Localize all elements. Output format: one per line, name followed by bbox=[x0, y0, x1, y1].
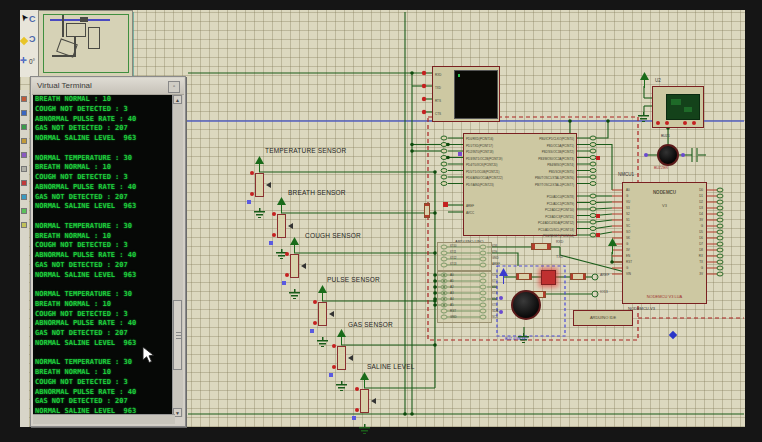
potentiometer-body[interactable] bbox=[360, 389, 369, 413]
scrollbar-thumb[interactable] bbox=[173, 300, 182, 370]
overview-border bbox=[43, 14, 129, 73]
pin-dot bbox=[644, 153, 648, 157]
mcu-left-pin-labels: PD0/RXD(PCINT16)PD1/TXD(PCINT17)PD2/INT0… bbox=[466, 136, 503, 188]
buzzer[interactable] bbox=[657, 144, 679, 166]
mini-component bbox=[66, 23, 86, 37]
u2-screen bbox=[666, 94, 700, 120]
toolbar-mode-icon[interactable] bbox=[21, 180, 27, 186]
mcu-right-bottom-pin-labels: PC0/ADC0(PCINT8)PC1/ADC1(PCINT9)PC2/ADC2… bbox=[538, 194, 574, 240]
header-bottom-right-labels: IO0IO1IO2IO3IO4IO5SDASCL bbox=[492, 272, 498, 320]
header-bottom-left-labels: A0A1A2A3A4A5RSTGND bbox=[450, 272, 457, 320]
terminal-scrollbar[interactable]: ▲ ▼ bbox=[172, 95, 183, 417]
resistor[interactable] bbox=[424, 203, 430, 218]
atmega328-chip[interactable]: PD0/RXD(PCINT16)PD1/TXD(PCINT17)PD2/INT0… bbox=[463, 133, 577, 236]
alarm-buzzer[interactable] bbox=[511, 290, 541, 320]
toolbar-mode-icon[interactable] bbox=[21, 208, 27, 214]
net-marker bbox=[282, 281, 286, 285]
toolbar-mode-icon[interactable] bbox=[21, 194, 27, 200]
arduino-ide-label: ARDUINO IDE bbox=[574, 315, 632, 320]
ground-icon bbox=[638, 112, 649, 122]
overview-pane[interactable] bbox=[38, 10, 133, 77]
terminal-output[interactable]: BREATH NORMAL : 10COUGH NOT DETECTED : 3… bbox=[33, 95, 175, 417]
nodemcu-name: NODEMCU bbox=[623, 190, 706, 195]
temperature-sensor-pot[interactable] bbox=[247, 156, 271, 228]
header-top-left-labels: IO10IO11IO12IO13 bbox=[450, 243, 457, 267]
pot-wiper-icon bbox=[348, 355, 353, 361]
potentiometer-body[interactable] bbox=[277, 214, 286, 238]
mini-wire bbox=[74, 37, 76, 57]
virtual-terminal-title: Virtual Terminal bbox=[37, 81, 92, 90]
pin-dot bbox=[285, 273, 289, 277]
power-arrow-icon bbox=[499, 268, 508, 284]
pin-dot bbox=[499, 310, 503, 314]
pot-wiper-icon bbox=[266, 182, 271, 188]
saline-level-pot[interactable] bbox=[352, 372, 376, 442]
ground-icon bbox=[289, 289, 300, 299]
toolbar-mode-icon[interactable] bbox=[21, 110, 27, 116]
nodemcu-footer: NODEMCU V3 LUA bbox=[623, 294, 706, 299]
potentiometer-body[interactable] bbox=[318, 302, 327, 326]
potentiometer-body[interactable] bbox=[337, 346, 346, 370]
u2-screen-pixels bbox=[684, 107, 692, 112]
gas-sensor-pot[interactable] bbox=[329, 329, 353, 401]
rotate-ccw-icon[interactable]: Ɔ bbox=[29, 34, 36, 44]
mcu-right-top-pin-labels: PB0/ICP1/CLKO(PCINT0)PB1/OC1A(PCINT1)PB2… bbox=[535, 136, 574, 188]
net-marker bbox=[329, 373, 333, 377]
resistor[interactable] bbox=[570, 273, 586, 280]
pin-dot bbox=[683, 121, 687, 125]
rotate-cw-icon[interactable]: C bbox=[29, 14, 36, 24]
pin-button[interactable]: ▫ bbox=[168, 81, 180, 93]
toolbar-mode-icon[interactable] bbox=[21, 124, 27, 130]
pot-wiper-icon bbox=[288, 223, 293, 229]
resistor[interactable] bbox=[516, 273, 532, 280]
sensor-label: TEMPERATURE SENSOR bbox=[265, 147, 347, 154]
virtual-terminal-window[interactable]: Virtual Terminal ▫ BREATH NORMAL : 10COU… bbox=[30, 76, 186, 427]
toolbar-mode-icon[interactable] bbox=[21, 96, 27, 102]
power-arrow-icon bbox=[290, 237, 299, 253]
ground-icon bbox=[317, 337, 328, 347]
net-label-aref: AREF bbox=[600, 273, 609, 277]
pot-wiper-icon bbox=[301, 263, 306, 269]
sensor-label: PULSE SENSOR bbox=[327, 276, 380, 283]
potentiometer-body[interactable] bbox=[255, 173, 264, 197]
pin-dot bbox=[250, 192, 254, 196]
sensor-label: SALINE LEVEL bbox=[367, 363, 415, 370]
virtual-terminal-component[interactable]: RXD TXD RTS CTS bbox=[432, 66, 500, 122]
toolbar-mode-icon[interactable] bbox=[21, 166, 27, 172]
move-icon[interactable]: ✛ bbox=[20, 56, 27, 65]
virtual-terminal-titlebar[interactable]: Virtual Terminal ▫ bbox=[32, 78, 184, 95]
nodemcu-left-pin-labels: A0GVUS3S2S1SCSOSKG3VENRSTGVIN bbox=[626, 187, 632, 277]
sensor-label: BREATH SENSOR bbox=[288, 189, 346, 196]
toolbar-mode-icon[interactable] bbox=[21, 138, 27, 144]
arduino-ide-box[interactable]: ARDUINO IDE bbox=[573, 310, 633, 326]
red-led[interactable] bbox=[541, 270, 556, 285]
power-arrow-icon bbox=[360, 372, 369, 388]
pin-dot bbox=[656, 121, 660, 125]
pot-wiper-icon bbox=[329, 311, 334, 317]
header-top-block[interactable] bbox=[437, 242, 492, 271]
terminal-hscrollbar[interactable] bbox=[33, 414, 175, 424]
buzzer-ref: BUZ1 bbox=[661, 134, 670, 138]
potentiometer-body[interactable] bbox=[290, 254, 299, 278]
nodemcu-board[interactable]: NODEMCU V3 NODEMCU V3 LUA A0GVUS3S2S1SCS… bbox=[622, 182, 707, 304]
resistor[interactable] bbox=[531, 243, 551, 250]
proteus-screenshot: TEMPERATURE SENSOR BREATH SENSOR COUGH S… bbox=[0, 0, 762, 442]
mini-component bbox=[80, 17, 88, 22]
net-marker bbox=[458, 152, 462, 156]
pin-dot bbox=[355, 408, 359, 412]
toolbar-mode-icon[interactable] bbox=[21, 222, 27, 228]
u2-module[interactable] bbox=[652, 86, 704, 128]
pin-dot bbox=[313, 300, 317, 304]
header-bottom-block[interactable] bbox=[437, 271, 492, 323]
cough-sensor-pot[interactable] bbox=[282, 237, 306, 309]
toolbar-mode-icon[interactable] bbox=[21, 152, 27, 158]
terminal-screen bbox=[454, 70, 498, 119]
mini-wire bbox=[62, 15, 64, 37]
pin-dot bbox=[272, 233, 276, 237]
mirror-icon[interactable] bbox=[20, 37, 28, 45]
serial-pin-labels: RXD TXD RTS CTS bbox=[435, 69, 441, 121]
net-label-rxd: RXD bbox=[556, 240, 563, 244]
scroll-up-icon[interactable]: ▲ bbox=[173, 95, 182, 104]
header-top-right-labels: IO8IO9GNDAREF bbox=[492, 243, 500, 267]
ground-icon bbox=[254, 208, 265, 218]
